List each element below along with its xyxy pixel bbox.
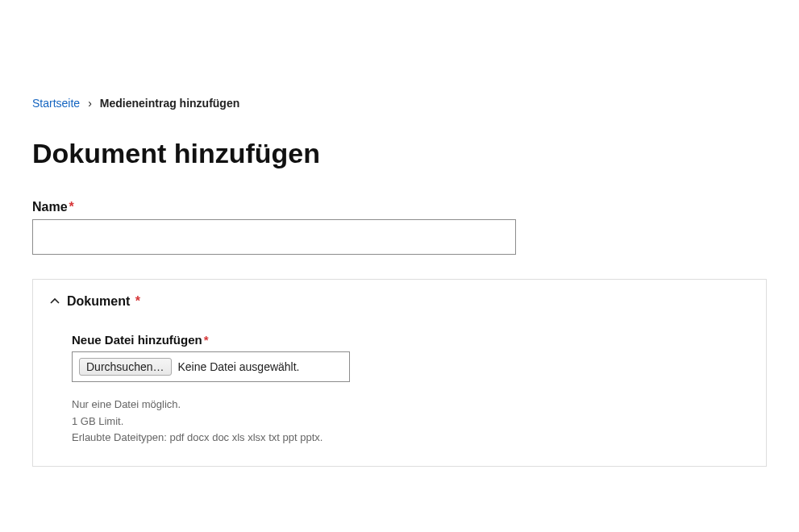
breadcrumb-home-link[interactable]: Startseite [32, 97, 80, 110]
file-hint-limit-files: Nur eine Datei möglich. [72, 397, 750, 413]
file-hints: Nur eine Datei möglich. 1 GB Limit. Erla… [72, 397, 750, 446]
breadcrumb: Startseite › Medieneintrag hinzufügen [32, 97, 767, 110]
dokument-fieldset-toggle[interactable]: Dokument * [49, 294, 750, 309]
breadcrumb-current: Medieneintrag hinzufügen [100, 97, 239, 110]
dokument-fieldset: Dokument * Neue Datei hinzufügen* Durchs… [32, 279, 767, 467]
name-field-label-text: Name [32, 200, 68, 214]
file-field-label: Neue Datei hinzufügen* [72, 333, 750, 347]
browse-button[interactable]: Durchsuchen… [79, 358, 172, 376]
dokument-fieldset-body: Neue Datei hinzufügen* Durchsuchen… Kein… [49, 333, 750, 446]
page-title: Dokument hinzufügen [32, 138, 767, 169]
name-field-label: Name* [32, 200, 767, 214]
chevron-up-icon [49, 296, 60, 307]
required-marker-icon: * [135, 294, 140, 308]
required-marker-icon: * [204, 333, 209, 347]
file-field-label-text: Neue Datei hinzufügen [72, 333, 202, 347]
file-hint-limit-size: 1 GB Limit. [72, 414, 750, 430]
file-status-text: Keine Datei ausgewählt. [178, 360, 300, 373]
file-input-wrapper[interactable]: Durchsuchen… Keine Datei ausgewählt. [72, 351, 350, 382]
file-hint-allowed-types: Erlaubte Dateitypen: pdf docx doc xls xl… [72, 430, 750, 446]
dokument-fieldset-title-text: Dokument [67, 294, 130, 308]
required-marker-icon: * [69, 200, 74, 214]
name-input[interactable] [32, 219, 516, 255]
dokument-fieldset-title: Dokument * [67, 294, 140, 309]
page-container: Startseite › Medieneintrag hinzufügen Do… [0, 0, 799, 499]
breadcrumb-separator-icon: › [88, 97, 92, 110]
name-field: Name* [32, 200, 767, 255]
